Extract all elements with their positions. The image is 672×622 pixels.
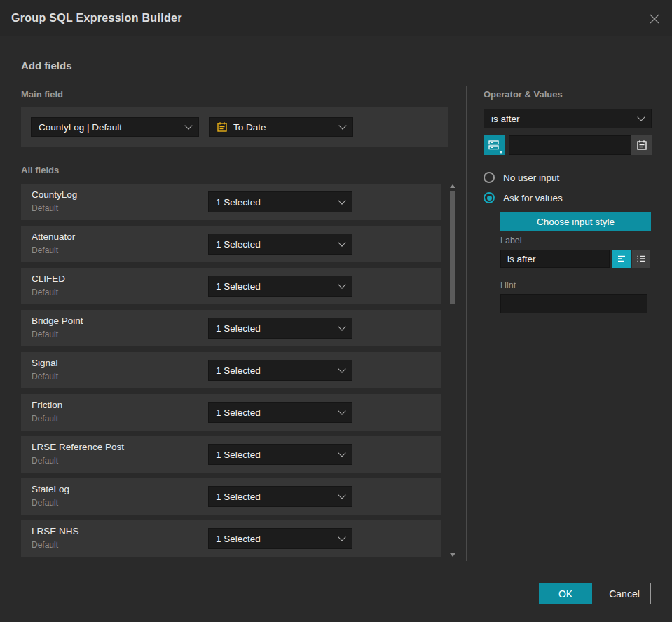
field-selection-dropdown[interactable]: 1 Selected xyxy=(208,276,352,297)
cancel-button[interactable]: Cancel xyxy=(598,583,651,604)
all-fields-heading: All fields xyxy=(21,165,59,175)
field-row: LRSE Reference Post Default 1 Selected xyxy=(21,436,441,473)
field-selection-dropdown[interactable]: 1 Selected xyxy=(208,444,352,465)
selection-count: 1 Selected xyxy=(216,492,261,502)
field-name: StateLog xyxy=(32,484,69,494)
chevron-down-icon xyxy=(637,113,645,121)
field-name: Friction xyxy=(32,400,62,410)
main-field-dropdown-value: CountyLog | Default xyxy=(39,122,122,133)
choose-input-style-button[interactable]: Choose input style xyxy=(500,212,651,231)
chevron-down-icon xyxy=(338,238,345,246)
field-subtitle: Default xyxy=(32,203,58,213)
field-subtitle: Default xyxy=(32,330,58,339)
hint-field-label: Hint xyxy=(500,280,516,290)
add-fields-heading: Add fields xyxy=(21,60,72,72)
radio-label: Ask for values xyxy=(503,193,563,203)
field-subtitle: Default xyxy=(32,245,58,255)
field-row: Attenuator Default 1 Selected xyxy=(21,226,441,262)
field-selection-dropdown[interactable]: 1 Selected xyxy=(208,360,352,381)
date-field-dropdown-value: To Date xyxy=(233,122,266,133)
radio-circle[interactable] xyxy=(484,172,495,183)
vertical-divider xyxy=(466,86,467,561)
field-name: Signal xyxy=(32,358,58,368)
field-selection-dropdown[interactable]: 1 Selected xyxy=(208,191,352,212)
main-field-dropdown[interactable]: CountyLog | Default xyxy=(31,117,199,137)
unique-values-button[interactable] xyxy=(484,135,505,155)
operator-values-heading: Operator & Values xyxy=(484,89,563,100)
bullet-list-icon xyxy=(636,254,646,264)
operator-dropdown[interactable]: is after xyxy=(484,109,652,128)
radio-ask-for-values[interactable]: Ask for values xyxy=(484,192,563,203)
align-left-icon xyxy=(617,254,626,264)
date-field-dropdown[interactable]: To Date xyxy=(209,117,353,137)
selection-count: 1 Selected xyxy=(216,281,261,292)
date-picker-button[interactable] xyxy=(631,135,652,155)
selection-count: 1 Selected xyxy=(216,323,261,334)
label-field-label: Label xyxy=(500,236,522,245)
selection-count: 1 Selected xyxy=(216,449,261,460)
field-name: LRSE Reference Post xyxy=(32,442,124,452)
radio-no-user-input[interactable]: No user input xyxy=(484,172,559,183)
radio-label: No user input xyxy=(503,173,559,183)
calendar-icon xyxy=(636,140,647,151)
single-value-style-button[interactable] xyxy=(612,250,631,268)
selection-count: 1 Selected xyxy=(216,534,261,544)
field-row: Friction Default 1 Selected xyxy=(21,394,441,431)
ok-button[interactable]: OK xyxy=(539,583,592,604)
scrollbar-up-arrow[interactable] xyxy=(450,184,455,188)
unique-values-icon xyxy=(488,140,500,151)
field-subtitle: Default xyxy=(32,414,58,424)
chevron-down-icon xyxy=(338,533,345,541)
scrollbar-down-arrow[interactable] xyxy=(450,553,455,557)
calendar-icon xyxy=(217,121,228,133)
caret-down-icon xyxy=(499,151,503,154)
field-row: CLIFED Default 1 Selected xyxy=(21,268,441,304)
field-selection-dropdown[interactable]: 1 Selected xyxy=(208,234,352,255)
field-selection-dropdown[interactable]: 1 Selected xyxy=(208,528,352,549)
close-icon[interactable] xyxy=(645,10,664,28)
chevron-down-icon xyxy=(338,196,345,204)
selection-count: 1 Selected xyxy=(216,197,261,208)
field-row: StateLog Default 1 Selected xyxy=(21,478,441,515)
field-name: CLIFED xyxy=(32,273,65,284)
chevron-down-icon xyxy=(338,280,345,288)
field-selection-dropdown[interactable]: 1 Selected xyxy=(208,402,352,423)
field-selection-dropdown[interactable]: 1 Selected xyxy=(208,318,352,339)
chevron-down-icon xyxy=(338,407,345,414)
selection-count: 1 Selected xyxy=(216,407,261,418)
main-field-panel: CountyLog | Default To Date xyxy=(21,107,448,147)
field-name: Attenuator xyxy=(32,231,75,242)
field-name: Bridge Point xyxy=(32,316,83,326)
selection-count: 1 Selected xyxy=(216,365,261,376)
field-name: CountyLog xyxy=(32,189,77,200)
field-selection-dropdown[interactable]: 1 Selected xyxy=(208,486,352,507)
dialog-title: Group SQL Expression Builder xyxy=(11,12,182,25)
main-field-heading: Main field xyxy=(21,89,63,100)
field-subtitle: Default xyxy=(32,498,58,508)
field-row: Signal Default 1 Selected xyxy=(21,352,441,388)
field-subtitle: Default xyxy=(32,288,58,297)
chevron-down-icon xyxy=(338,491,345,499)
group-sql-expression-builder-dialog: Group SQL Expression Builder Add fields … xyxy=(0,0,672,622)
value-input[interactable] xyxy=(509,135,631,155)
selection-count: 1 Selected xyxy=(216,239,261,250)
label-input[interactable] xyxy=(500,250,610,268)
radio-circle[interactable] xyxy=(484,192,495,203)
field-row: CountyLog Default 1 Selected xyxy=(21,184,441,220)
field-subtitle: Default xyxy=(32,372,58,381)
chevron-down-icon xyxy=(338,365,345,372)
chevron-down-icon xyxy=(338,449,345,457)
field-row: LRSE NHS Default 1 Selected xyxy=(21,520,441,557)
field-name: LRSE NHS xyxy=(32,526,79,536)
field-row: Bridge Point Default 1 Selected xyxy=(21,310,441,346)
operator-dropdown-value: is after xyxy=(491,114,520,124)
title-bar: Group SQL Expression Builder xyxy=(0,0,672,36)
field-subtitle: Default xyxy=(32,456,58,466)
chevron-down-icon xyxy=(338,323,345,330)
scrollbar-thumb[interactable] xyxy=(450,191,455,304)
field-subtitle: Default xyxy=(32,540,58,550)
hint-input[interactable] xyxy=(500,294,647,313)
chevron-down-icon xyxy=(184,121,192,129)
list-style-button[interactable] xyxy=(632,250,650,268)
chevron-down-icon xyxy=(338,121,346,129)
